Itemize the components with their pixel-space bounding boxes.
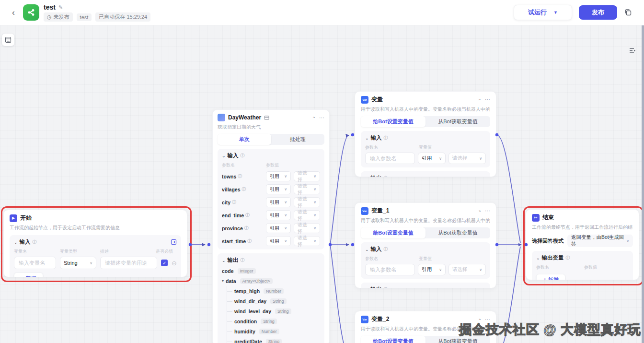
node-title: 结束 (542, 213, 554, 222)
remove-row-icon[interactable]: ⊖ (172, 260, 177, 267)
section-label: 输出 (371, 175, 382, 177)
tab-set-bot-variable[interactable]: 给Bot设置变量值 (361, 227, 426, 238)
tab-get-bot-variable[interactable]: 从Bot获取变量值 (426, 116, 490, 127)
variable-input-section: ⌄ 输入 ⓘ 参数名 变量值 引用∨ 请选择∨ (361, 131, 490, 167)
tab-single[interactable]: 单次 (218, 134, 271, 145)
more-menu-icon[interactable]: ⋯ (485, 96, 490, 103)
variable-name-input[interactable] (14, 257, 56, 269)
duplicate-icon[interactable] (624, 8, 632, 17)
chevron-down-icon[interactable]: ⌄ (365, 287, 369, 289)
node-variable-2[interactable]: Var 变量_2 ◔ ⋯ 用于读取和写入机器人中的变量。变量名称必须与机器人中的… (355, 311, 496, 343)
run-history-icon[interactable]: ◔ (312, 115, 315, 120)
run-history-icon[interactable]: ◔ (478, 97, 481, 103)
chevron-down-icon[interactable]: ⌄ (365, 247, 369, 252)
node-desc: 用于读取和写入机器人中的变量。变量名称必须与机器人中的变量名称相匹配。 (361, 326, 490, 332)
node-end[interactable]: ↦ 结束 工作流的最终节点，用于返回工作流运行后的结果信息 选择回答模式 返回变… (526, 209, 639, 280)
info-icon: ⓘ (244, 225, 249, 231)
required-checkbox[interactable]: ✓ (161, 260, 168, 266)
col-param-name: 参数名 (365, 256, 419, 262)
node-title: 变量_1 (371, 207, 389, 215)
value-ref-select[interactable]: 请选择∨ (294, 210, 320, 220)
chevron-down-icon[interactable]: ⌄ (222, 154, 226, 158)
value-type-select[interactable]: 引用∨ (418, 264, 446, 275)
node-panel-toggle[interactable] (2, 34, 14, 46)
node-variable[interactable]: Var 变量 ◔ ⋯ 用于读取和写入机器人中的变量。变量名称必须与机器人中的变量… (355, 91, 496, 177)
value-type-select[interactable]: 引用∨ (418, 153, 446, 164)
value-type-select[interactable]: 引用∨ (266, 236, 291, 246)
value-ref-select[interactable]: 请选择∨ (294, 236, 320, 246)
chevron-down-icon[interactable]: ⌄ (222, 258, 226, 263)
section-label: 输入 (371, 246, 382, 253)
end-node-icon: ↦ (532, 214, 540, 222)
node-variable-1[interactable]: Var 变量_1 ◔ ⋯ 用于读取和写入机器人中的变量。变量名称必须与机器人中的… (355, 202, 496, 288)
col-param-name: 参数名 (365, 144, 419, 151)
param-name-input[interactable] (365, 153, 415, 164)
output-row[interactable]: ▾ data Array<Object> (222, 276, 320, 286)
info-icon: ⓘ (232, 199, 236, 205)
import-json-icon[interactable] (171, 239, 177, 245)
run-history-icon[interactable]: ◔ (478, 317, 481, 322)
info-icon: ⓘ (238, 173, 242, 179)
node-desc: 工作流的最终节点，用于返回工作流运行后的结果信息 (532, 224, 633, 231)
chevron-down-icon[interactable]: ⌄ (536, 256, 540, 260)
value-ref-select[interactable]: 请选择∨ (294, 223, 320, 233)
section-label: 输出 (371, 286, 382, 288)
plugin-input-section: ⌄ 输入 ⓘ 参数名 参数值 townsⓘ 引用∨ 请选择∨ villagesⓘ… (218, 149, 324, 249)
answer-mode-select[interactable]: 返回变量，由Bot生成回答 ∨ (567, 235, 633, 247)
start-input-section: ⌄ 输入 ⓘ 变量名 变量类型 描述 是否必填 String ∨ ✓ (10, 235, 181, 277)
info-icon: ⓘ (566, 255, 570, 261)
add-variable-button[interactable]: + 新增 (14, 272, 43, 277)
back-button[interactable]: ‹ (9, 8, 18, 18)
tab-batch[interactable]: 批处理 (271, 134, 325, 145)
col-param-value: 参数值 (266, 162, 279, 168)
window-edge-scrollbar[interactable] (642, 0, 644, 343)
value-ref-select[interactable]: 请选择∨ (294, 171, 320, 181)
output-row: humidityNumber (227, 326, 320, 336)
collapse-right-icon[interactable] (627, 45, 638, 56)
tab-get-bot-variable[interactable]: 从Bot获取变量值 (426, 336, 490, 343)
info-icon: ⓘ (242, 186, 246, 192)
chevron-down-icon[interactable]: ⌄ (365, 136, 369, 141)
value-type-select[interactable]: 引用∨ (266, 223, 291, 233)
value-ref-select[interactable]: 请选择∨ (294, 197, 320, 207)
value-ref-select[interactable]: 请选择∨ (448, 264, 486, 275)
run-history-icon[interactable]: ◔ (478, 208, 481, 214)
variable-desc-input[interactable] (100, 257, 157, 269)
col-param-value: 变量值 (419, 144, 432, 151)
test-run-button[interactable]: 试运行 ▼ (514, 5, 572, 20)
tab-get-bot-variable[interactable]: 从Bot获取变量值 (426, 227, 490, 238)
info-icon: ⓘ (241, 257, 245, 263)
type-badge: String (275, 308, 291, 314)
section-label: 输入 (371, 134, 382, 142)
param-name: start_time (222, 238, 246, 244)
value-ref-select[interactable]: 请选择∨ (294, 184, 320, 194)
more-menu-icon[interactable]: ⋯ (319, 115, 324, 121)
param-name-input[interactable] (365, 264, 415, 275)
publish-button[interactable]: 发布 (579, 5, 617, 20)
tab-set-bot-variable[interactable]: 给Bot设置变量值 (361, 116, 426, 127)
value-type-select[interactable]: 引用∨ (266, 171, 291, 181)
value-type-select[interactable]: 引用∨ (266, 210, 291, 220)
chevron-down-icon[interactable]: ⌄ (365, 176, 369, 177)
variable-type-select[interactable]: String ∨ (60, 257, 96, 269)
col-param-name: 参数名 (536, 264, 584, 271)
edit-title-icon[interactable]: ✎ (58, 4, 63, 11)
env-badge: test (77, 13, 92, 21)
value-type-select[interactable]: 引用∨ (266, 197, 291, 207)
section-label: 输出变量 (542, 254, 564, 261)
test-run-caret-icon[interactable]: ▼ (553, 10, 558, 15)
value-ref-select[interactable]: 请选择∨ (448, 153, 486, 164)
node-desc: 获取指定日期的天气 (218, 124, 324, 130)
plugin-output-section: ⌄ 输出 ⓘ code Integer ▾ data Array<Object>… (218, 253, 324, 343)
chevron-down-icon[interactable]: ⌄ (14, 240, 18, 245)
node-start[interactable]: ▶ 开始 工作流的起始节点，用于设定启动工作流需要的信息 ⌄ 输入 ⓘ 变量名 … (3, 210, 187, 277)
more-menu-icon[interactable]: ⋯ (485, 316, 490, 322)
tab-set-bot-variable[interactable]: 给Bot设置变量值 (361, 336, 426, 343)
output-row: conditionString (227, 316, 320, 326)
clock-icon: ◷ (47, 14, 52, 20)
value-type-select[interactable]: 引用∨ (266, 184, 291, 194)
node-plugin-dayweather[interactable]: DayWeather ◔ ⋯ 获取指定日期的天气 单次 批处理 ⌄ 输入 ⓘ 参… (212, 109, 330, 343)
more-menu-icon[interactable]: ⋯ (485, 208, 490, 214)
param-name: towns (222, 174, 236, 179)
add-output-variable-button[interactable]: + 新增 (536, 274, 565, 280)
